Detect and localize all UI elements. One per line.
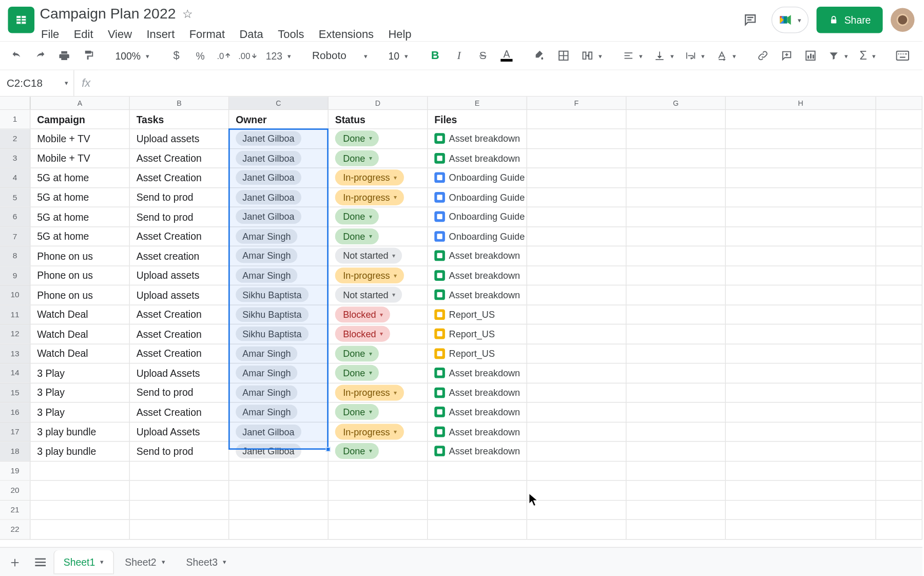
percent-button[interactable]: % bbox=[189, 46, 211, 66]
cell-empty[interactable] bbox=[527, 383, 627, 402]
cell-empty[interactable] bbox=[527, 129, 627, 148]
row-header[interactable]: 18 bbox=[0, 441, 30, 460]
status-chip[interactable]: Done▾ bbox=[335, 228, 379, 244]
cell-empty[interactable] bbox=[726, 149, 876, 168]
cell-status[interactable]: Done▾ bbox=[329, 149, 428, 168]
cell-status[interactable]: Done▾ bbox=[329, 207, 428, 226]
file-chip[interactable]: Report_US bbox=[434, 309, 495, 320]
cell-empty[interactable] bbox=[726, 129, 876, 148]
menu-extensions[interactable]: Extensions bbox=[312, 25, 380, 44]
cell-campaign[interactable]: 3 Play bbox=[30, 363, 130, 382]
header-cell[interactable] bbox=[527, 110, 627, 128]
cell-empty[interactable] bbox=[876, 363, 922, 382]
name-box[interactable]: C2:C18 ▾ bbox=[0, 70, 74, 96]
cell-empty[interactable] bbox=[626, 441, 726, 460]
cell-empty[interactable] bbox=[229, 520, 328, 539]
status-chip[interactable]: In-progress▾ bbox=[335, 424, 404, 439]
cell-empty[interactable] bbox=[626, 129, 726, 148]
row-header[interactable]: 16 bbox=[0, 402, 30, 421]
owner-chip[interactable]: Janet Gilboa bbox=[236, 425, 301, 439]
cell-campaign[interactable]: Phone on us bbox=[30, 246, 130, 265]
cell-empty[interactable] bbox=[527, 324, 627, 343]
cell-files[interactable]: Asset breakdown bbox=[428, 441, 527, 460]
row-header[interactable]: 22 bbox=[0, 520, 30, 539]
cell-empty[interactable] bbox=[527, 422, 627, 441]
col-header-D[interactable]: D bbox=[329, 97, 428, 109]
cell-status[interactable]: Done▾ bbox=[329, 363, 428, 382]
cell-files[interactable]: Report_US bbox=[428, 344, 527, 363]
cell-empty[interactable] bbox=[527, 207, 627, 226]
menu-format[interactable]: Format bbox=[183, 25, 232, 44]
row-header[interactable]: 2 bbox=[0, 129, 30, 148]
cell-empty[interactable] bbox=[527, 461, 627, 480]
cell-empty[interactable] bbox=[876, 461, 922, 480]
cell-empty[interactable] bbox=[527, 501, 627, 520]
cell-tasks[interactable]: Send to prod bbox=[130, 188, 229, 207]
bold-button[interactable]: B bbox=[424, 46, 447, 66]
cell-empty[interactable] bbox=[726, 246, 876, 265]
row-header[interactable]: 12 bbox=[0, 324, 30, 343]
currency-button[interactable]: $ bbox=[165, 46, 188, 66]
cell-empty[interactable] bbox=[527, 441, 627, 460]
functions-button[interactable]: Σ▾ bbox=[854, 46, 881, 66]
cell-status[interactable]: Done▾ bbox=[329, 402, 428, 421]
print-button[interactable] bbox=[53, 46, 75, 66]
cell-empty[interactable] bbox=[726, 383, 876, 402]
cell-empty[interactable] bbox=[527, 285, 627, 304]
cell-empty[interactable] bbox=[726, 305, 876, 324]
status-chip[interactable]: In-progress▾ bbox=[335, 385, 404, 400]
text-color-button[interactable]: A bbox=[495, 46, 518, 66]
cell-empty[interactable] bbox=[626, 422, 726, 441]
header-cell[interactable]: Files bbox=[428, 110, 527, 128]
cell-empty[interactable] bbox=[130, 520, 229, 539]
col-header-B[interactable]: B bbox=[130, 97, 229, 109]
cell-empty[interactable] bbox=[329, 520, 428, 539]
cell-owner[interactable]: Janet Gilboa bbox=[229, 188, 328, 207]
cell-empty[interactable] bbox=[527, 227, 627, 246]
cell-empty[interactable] bbox=[626, 246, 726, 265]
cell-empty[interactable] bbox=[428, 520, 527, 539]
decrease-decimal-button[interactable]: .0 bbox=[213, 46, 236, 66]
cell-status[interactable]: Blocked▾ bbox=[329, 324, 428, 343]
spreadsheet-grid[interactable]: ABCDEFGH 1CampaignTasksOwnerStatusFiles2… bbox=[0, 97, 922, 547]
row-header[interactable]: 19 bbox=[0, 461, 30, 480]
filter-button[interactable]: ▾ bbox=[823, 46, 853, 66]
cell-empty[interactable] bbox=[626, 501, 726, 520]
cell-campaign[interactable]: 3 play bundle bbox=[30, 441, 130, 460]
owner-chip[interactable]: Janet Gilboa bbox=[236, 209, 301, 224]
cell-owner[interactable]: Amar Singh bbox=[229, 266, 328, 285]
file-chip[interactable]: Asset breakdown bbox=[434, 368, 520, 378]
cell-empty[interactable] bbox=[876, 305, 922, 324]
header-cell[interactable] bbox=[876, 110, 922, 128]
cell-empty[interactable] bbox=[30, 461, 130, 480]
cell-owner[interactable]: Janet Gilboa bbox=[229, 168, 328, 187]
col-header-A[interactable]: A bbox=[30, 97, 130, 109]
owner-chip[interactable]: Amar Singh bbox=[236, 405, 297, 419]
cell-empty[interactable] bbox=[229, 461, 328, 480]
share-button[interactable]: Share bbox=[817, 7, 883, 33]
cell-empty[interactable] bbox=[626, 207, 726, 226]
header-cell[interactable]: Campaign bbox=[30, 110, 130, 128]
status-chip[interactable]: Done▾ bbox=[335, 365, 379, 381]
cell-empty[interactable] bbox=[428, 501, 527, 520]
status-chip[interactable]: Done▾ bbox=[335, 130, 379, 146]
chevron-down-icon[interactable]: ▾ bbox=[100, 558, 103, 565]
cell-empty[interactable] bbox=[626, 266, 726, 285]
increase-decimal-button[interactable]: .00 bbox=[237, 46, 259, 66]
col-header-E[interactable]: E bbox=[428, 97, 527, 109]
cell-empty[interactable] bbox=[527, 363, 627, 382]
file-chip[interactable]: Onboarding Guide bbox=[434, 212, 525, 222]
row-header[interactable]: 20 bbox=[0, 481, 30, 500]
cell-owner[interactable]: Janet Gilboa bbox=[229, 441, 328, 460]
menu-edit[interactable]: Edit bbox=[67, 25, 100, 44]
cell-tasks[interactable]: Asset Creation bbox=[130, 305, 229, 324]
cell-owner[interactable]: Janet Gilboa bbox=[229, 207, 328, 226]
col-header-F[interactable]: F bbox=[527, 97, 627, 109]
cell-empty[interactable] bbox=[876, 344, 922, 363]
cell-campaign[interactable]: Mobile + TV bbox=[30, 149, 130, 168]
cell-status[interactable]: In-progress▾ bbox=[329, 188, 428, 207]
cell-empty[interactable] bbox=[876, 383, 922, 402]
header-cell[interactable] bbox=[626, 110, 726, 128]
file-chip[interactable]: Asset breakdown bbox=[434, 270, 520, 281]
sheet-tab-sheet2[interactable]: Sheet2▾ bbox=[116, 550, 174, 573]
